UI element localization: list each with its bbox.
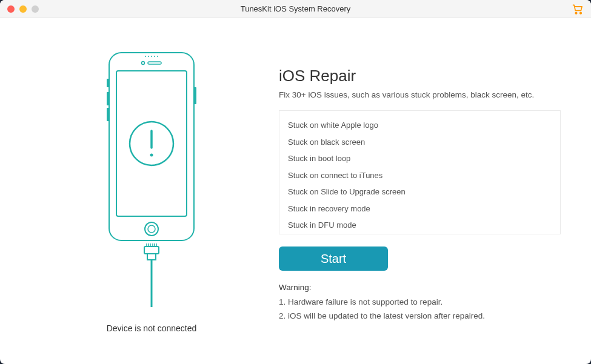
device-panel: Device is not connected [30, 36, 273, 346]
main-content: Device is not connected iOS Repair Fix 3… [0, 18, 591, 364]
window-title: TunesKit iOS System Recovery [0, 4, 591, 13]
issue-item: Stuck on black screen [288, 134, 552, 151]
svg-point-6 [151, 56, 152, 57]
device-status-text: Device is not connected [107, 323, 197, 333]
svg-point-7 [154, 56, 155, 57]
warning-item: 1. Hardware failure is not supported to … [279, 296, 561, 309]
window-controls [7, 5, 39, 13]
svg-point-9 [142, 61, 145, 64]
cart-icon[interactable] [572, 3, 584, 15]
svg-point-8 [157, 56, 158, 57]
svg-rect-16 [194, 87, 196, 104]
svg-point-5 [148, 56, 149, 57]
svg-rect-15 [107, 108, 109, 121]
titlebar: TunesKit iOS System Recovery [0, 0, 591, 18]
issue-item: Stuck on white Apple logo [288, 117, 552, 134]
svg-rect-27 [147, 254, 156, 260]
svg-point-11 [145, 222, 158, 236]
start-button[interactable]: Start [279, 247, 388, 271]
svg-rect-13 [107, 79, 109, 87]
svg-point-4 [145, 56, 146, 57]
minimize-button[interactable] [19, 5, 27, 13]
device-illustration [91, 50, 212, 316]
repair-panel: iOS Repair Fix 30+ iOS issues, such as v… [273, 36, 561, 346]
svg-point-12 [148, 225, 155, 233]
repair-subtitle: Fix 30+ iOS issues, such as various stuc… [279, 90, 561, 99]
issue-item: Stuck on Slide to Upgrade screen [288, 184, 552, 200]
svg-rect-20 [144, 247, 159, 254]
issues-list[interactable]: Stuck on white Apple logoStuck on black … [279, 110, 561, 234]
issue-item: Stuck in recovery mode [288, 200, 552, 217]
warning-item: 2. iOS will be updated to the latest ver… [279, 309, 561, 323]
issue-item: Stuck in DFU mode [288, 217, 552, 234]
close-button[interactable] [7, 5, 15, 13]
maximize-button[interactable] [32, 5, 39, 13]
repair-title: iOS Repair [279, 67, 561, 85]
issue-item: Stuck in headphone mode [288, 234, 552, 235]
svg-point-19 [150, 153, 153, 156]
issue-item: Stuck in boot loop [288, 150, 552, 167]
warnings-container: 1. Hardware failure is not supported to … [279, 296, 561, 323]
app-window: TunesKit iOS System Recovery [0, 0, 591, 364]
warning-title: Warning: [279, 283, 561, 292]
svg-rect-10 [148, 62, 161, 64]
svg-point-0 [575, 12, 577, 13]
svg-rect-14 [107, 92, 109, 105]
issue-item: Stuck on connect to iTunes [288, 167, 552, 184]
svg-point-1 [580, 12, 582, 13]
